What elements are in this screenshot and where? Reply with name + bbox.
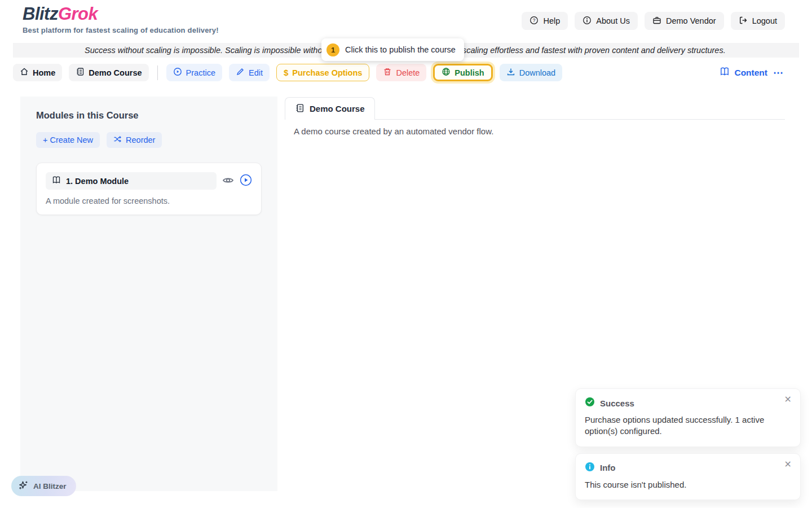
trash-icon (383, 67, 392, 78)
tab-notebook-icon (295, 103, 304, 115)
marquee-text-left: Success without scaling is impossible. S… (85, 43, 322, 58)
about-us-label: About Us (596, 16, 630, 25)
demo-vendor-button[interactable]: Demo Vendor (645, 12, 724, 30)
help-button[interactable]: ? Help (522, 12, 568, 30)
toast-success-close-button[interactable]: ✕ (784, 395, 792, 404)
eye-icon (222, 174, 234, 188)
about-us-button[interactable]: About Us (575, 12, 638, 30)
close-icon: ✕ (784, 395, 792, 404)
module-description: A module created for screenshots. (46, 196, 252, 205)
publish-tooltip: 1 Click this to publish the course (321, 38, 464, 61)
toast-info-head: Info (585, 462, 791, 474)
header: BlitzGrok Best platform for fastest scal… (0, 0, 812, 43)
edit-label: Edit (249, 68, 263, 77)
module-title: 1. Demo Module (66, 177, 129, 186)
reorder-label: Reorder (126, 135, 155, 144)
modules-sidebar: Modules in this Course + Create New Reor… (20, 97, 277, 491)
open-book-icon (720, 67, 730, 79)
toast-success: Success ✕ Purchase options updated succe… (575, 388, 801, 447)
create-new-label: + Create New (43, 135, 93, 144)
purchase-options-label: Purchase Options (292, 68, 362, 77)
toast-info-title: Info (600, 463, 616, 472)
reorder-button[interactable]: Reorder (107, 132, 162, 148)
sparkles-icon (18, 480, 29, 492)
dollar-icon: $ (284, 68, 288, 77)
preview-module-button[interactable] (222, 174, 234, 188)
home-button[interactable]: Home (13, 64, 62, 81)
page: BlitzGrok Best platform for fastest scal… (0, 0, 812, 508)
ai-blitzer-label: AI Blitzer (33, 482, 67, 491)
sidebar-title: Modules in this Course (36, 110, 262, 121)
toast-info-message: This course isn't published. (585, 479, 791, 491)
tab-bar-line (375, 97, 785, 120)
logout-label: Logout (752, 16, 777, 25)
tab-demo-course[interactable]: Demo Course (285, 97, 375, 120)
home-icon (20, 67, 29, 78)
download-button[interactable]: Download (500, 64, 563, 81)
sidebar-actions: + Create New Reorder (36, 132, 262, 148)
tooltip-text: Click this to publish the course (345, 45, 456, 54)
content-label: Content (734, 68, 767, 78)
toolbar: Home Demo Course Practice Edit $ Purchas… (13, 64, 562, 81)
module-card: 1. Demo Module A module created for scre… (36, 163, 262, 215)
create-new-button[interactable]: + Create New (36, 132, 100, 148)
ellipsis-icon: ⋯ (773, 67, 784, 78)
purchase-options-button[interactable]: $ Purchase Options (276, 64, 369, 81)
info-icon (582, 16, 592, 27)
notebook-icon (76, 67, 85, 78)
main-tabs: Demo Course (285, 97, 785, 120)
marquee-text-right: scaling effortless and fastest with prov… (462, 43, 726, 58)
module-book-icon (52, 176, 61, 187)
module-head: 1. Demo Module (46, 172, 252, 190)
practice-label: Practice (186, 68, 215, 77)
edit-button[interactable]: Edit (229, 64, 270, 81)
shuffle-icon (113, 135, 122, 145)
tagline: Best platform for fastest scaling of edu… (23, 26, 219, 34)
briefcase-icon (652, 16, 661, 27)
header-nav: ? Help About Us Demo Vendor Logout (522, 12, 785, 30)
course-description: A demo course created by an automated ve… (294, 126, 493, 136)
tab-label: Demo Course (310, 104, 365, 113)
toast-success-title: Success (600, 398, 634, 408)
course-breadcrumb-label: Demo Course (89, 68, 142, 77)
logo-part-blitz: Blitz (23, 4, 58, 24)
delete-label: Delete (396, 68, 420, 77)
play-module-icon (240, 174, 252, 188)
toast-success-message: Purchase options updated successfully. 1… (585, 414, 791, 437)
logout-button[interactable]: Logout (731, 12, 785, 30)
toast-info-close-button[interactable]: ✕ (784, 460, 792, 469)
toast-success-head: Success (585, 397, 791, 409)
content-actions: Content ⋯ (720, 64, 785, 81)
logout-icon (739, 16, 748, 27)
help-label: Help (543, 16, 560, 25)
toast-info: Info ✕ This course isn't published. (575, 453, 801, 500)
svg-text:?: ? (533, 17, 536, 23)
logo-text: BlitzGrok (23, 5, 219, 24)
course-breadcrumb-button[interactable]: Demo Course (69, 64, 148, 81)
pencil-icon (236, 67, 245, 78)
delete-button[interactable]: Delete (376, 64, 426, 81)
close-icon: ✕ (784, 459, 792, 469)
success-check-icon (585, 397, 595, 409)
home-label: Home (33, 68, 55, 77)
content-button[interactable]: Content (720, 67, 767, 79)
module-titlebar[interactable]: 1. Demo Module (46, 172, 217, 190)
more-options-button[interactable]: ⋯ (772, 68, 785, 78)
ai-blitzer-button[interactable]: AI Blitzer (11, 476, 76, 496)
publish-button[interactable]: Publish (433, 64, 492, 81)
logo: BlitzGrok Best platform for fastest scal… (23, 5, 219, 34)
download-label: Download (519, 68, 556, 77)
info-circle-icon (585, 462, 595, 474)
download-icon (506, 67, 515, 78)
tooltip-step-badge: 1 (326, 43, 339, 56)
logo-part-grok: Grok (58, 4, 98, 24)
toast-stack: Success ✕ Purchase options updated succe… (575, 388, 801, 500)
play-module-button[interactable] (240, 174, 252, 188)
practice-button[interactable]: Practice (166, 64, 222, 81)
demo-vendor-label: Demo Vendor (666, 16, 716, 25)
globe-icon (442, 67, 451, 78)
publish-label: Publish (454, 68, 484, 77)
play-circle-icon (173, 67, 182, 78)
toolbar-divider (157, 65, 158, 80)
help-icon: ? (529, 16, 539, 27)
